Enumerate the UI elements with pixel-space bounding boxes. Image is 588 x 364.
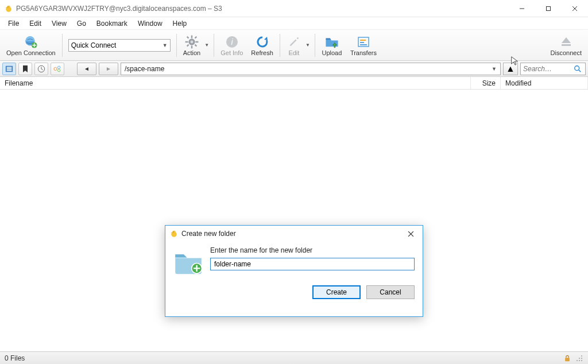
menu-edit[interactable]: Edit	[25, 18, 46, 29]
search-icon	[574, 65, 582, 73]
svg-rect-19	[360, 40, 366, 41]
create-button[interactable]: Create	[312, 285, 361, 299]
resize-grip-icon[interactable]	[575, 354, 583, 362]
transfers-button[interactable]: Transfers	[346, 31, 381, 60]
svg-point-28	[54, 67, 57, 70]
create-folder-dialog: Create new folder Enter the name for the…	[165, 225, 423, 317]
svg-rect-26	[7, 69, 12, 71]
refresh-button[interactable]: Refresh	[247, 31, 277, 60]
location-bar: ◄ ► /space-name ▼ ▲	[0, 61, 588, 77]
svg-rect-13	[195, 36, 198, 38]
status-text: 0 Files	[5, 354, 25, 362]
transfers-icon	[356, 34, 371, 49]
bookmark-toggle[interactable]	[18, 63, 32, 75]
folder-name-input[interactable]	[210, 258, 415, 270]
menu-file[interactable]: File	[3, 18, 24, 29]
action-dropdown-arrow[interactable]: ▼	[204, 42, 209, 48]
svg-point-42	[581, 360, 582, 361]
toolbar-separator	[214, 34, 214, 57]
svg-point-30	[57, 69, 60, 71]
svg-rect-8	[191, 45, 192, 48]
svg-rect-22	[562, 44, 571, 46]
eject-icon	[559, 34, 574, 49]
lock-icon	[564, 355, 571, 362]
window-minimize-button[interactable]	[509, 0, 535, 17]
menu-bar: File Edit View Go Bookmark Window Help	[0, 17, 588, 30]
svg-point-41	[579, 360, 580, 361]
window-close-button[interactable]	[562, 0, 588, 17]
column-size[interactable]: Size	[471, 77, 501, 89]
path-text: /space-name	[125, 65, 164, 73]
svg-rect-25	[7, 68, 12, 69]
app-icon	[170, 230, 178, 238]
svg-point-39	[581, 358, 582, 359]
quick-connect-dropdown[interactable]: Quick Connect ▼	[68, 39, 171, 52]
cancel-button[interactable]: Cancel	[366, 285, 415, 299]
window-maximize-button[interactable]	[535, 0, 562, 17]
svg-point-33	[172, 231, 176, 234]
get-info-label: Get Info	[220, 49, 243, 56]
transfers-label: Transfers	[350, 49, 377, 56]
action-button[interactable]: Action	[179, 31, 205, 60]
svg-point-38	[579, 358, 580, 359]
new-folder-icon	[173, 249, 203, 275]
file-list-area[interactable]: Create new folder Enter the name for the…	[0, 90, 588, 351]
refresh-icon	[255, 34, 270, 49]
path-combobox[interactable]: /space-name ▼	[121, 63, 501, 75]
svg-rect-12	[195, 44, 198, 47]
search-input[interactable]	[523, 65, 574, 73]
dialog-close-button[interactable]	[402, 227, 419, 240]
menu-help[interactable]: Help	[168, 18, 192, 29]
history-toggle[interactable]	[34, 63, 48, 75]
get-info-button[interactable]: i Get Info	[216, 31, 247, 60]
menu-window[interactable]: Window	[133, 18, 167, 29]
app-icon	[5, 5, 13, 13]
svg-rect-7	[191, 35, 192, 38]
svg-rect-24	[7, 67, 12, 68]
refresh-label: Refresh	[251, 49, 273, 56]
chevron-down-icon: ▼	[492, 66, 497, 72]
disconnect-label: Disconnect	[551, 49, 582, 56]
nav-back-button[interactable]: ◄	[77, 63, 96, 75]
window-titlebar: PG5A6YGAR3WVXWJ2FTRY@nyc3.digitaloceansp…	[0, 0, 588, 17]
upload-button[interactable]: Upload	[318, 31, 346, 60]
toolbar-separator	[176, 34, 177, 57]
toolbar-separator	[62, 34, 63, 57]
menu-view[interactable]: View	[47, 18, 71, 29]
svg-rect-21	[360, 44, 367, 45]
nav-up-button[interactable]: ▲	[503, 63, 518, 75]
svg-rect-14	[187, 44, 189, 47]
folder-up-icon	[324, 34, 339, 49]
open-connection-button[interactable]: Open Connection	[2, 31, 60, 60]
open-connection-label: Open Connection	[6, 49, 56, 56]
nav-forward-button[interactable]: ►	[99, 63, 118, 75]
dialog-title: Create new folder	[181, 230, 236, 238]
svg-rect-11	[187, 36, 189, 38]
bonjour-toggle[interactable]	[51, 63, 64, 75]
status-bar: 0 Files	[0, 351, 588, 364]
svg-rect-20	[360, 42, 364, 43]
svg-rect-9	[185, 41, 188, 42]
column-headers: Filename Size Modified	[0, 77, 588, 90]
upload-label: Upload	[322, 49, 342, 56]
svg-rect-10	[195, 41, 198, 42]
window-title: PG5A6YGAR3WVXWJ2FTRY@nyc3.digitaloceansp…	[16, 5, 222, 13]
disconnect-button[interactable]: Disconnect	[547, 31, 586, 60]
menu-go[interactable]: Go	[72, 18, 91, 29]
toolbar: Open Connection Quick Connect ▼ Action ▼…	[0, 30, 588, 61]
edit-label: Edit	[288, 49, 299, 56]
dialog-prompt: Enter the name for the new folder	[210, 246, 415, 254]
gear-icon	[184, 34, 199, 49]
info-icon: i	[225, 34, 239, 49]
column-filename[interactable]: Filename	[0, 77, 471, 89]
quick-connect-label: Quick Connect	[71, 41, 117, 49]
svg-point-34	[173, 232, 174, 233]
edit-dropdown-arrow[interactable]: ▼	[305, 42, 310, 48]
action-label: Action	[183, 49, 201, 56]
toolbar-separator	[280, 34, 280, 57]
menu-bookmark[interactable]: Bookmark	[92, 18, 132, 29]
edit-button[interactable]: Edit	[283, 31, 305, 60]
column-modified[interactable]: Modified	[501, 77, 588, 89]
search-input-wrapper[interactable]	[520, 63, 586, 75]
bookmarks-view-toggle[interactable]	[2, 63, 16, 75]
